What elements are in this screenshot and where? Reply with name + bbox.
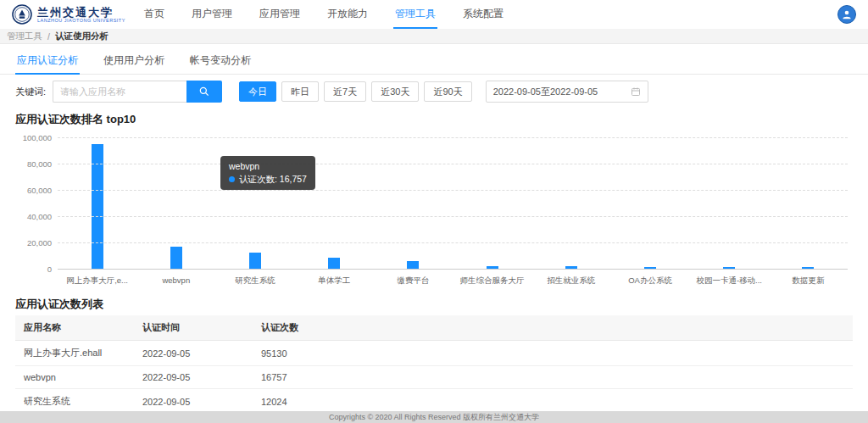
filter-bar: 关键词: 今日昨日近7天近30天近90天 2022-09-05至2022-09-… bbox=[0, 75, 868, 109]
column-header: 认证次数 bbox=[253, 315, 853, 341]
y-axis-tick: 80,000 bbox=[15, 159, 58, 169]
tab-1[interactable]: 使用用户分析 bbox=[102, 47, 166, 75]
chart-tooltip: webvpn 认证次数: 16,757 bbox=[220, 156, 315, 190]
bar-slot bbox=[610, 137, 689, 269]
chart-bar[interactable] bbox=[644, 267, 656, 269]
bar-slot bbox=[531, 137, 610, 269]
calendar-icon bbox=[631, 86, 641, 97]
gridline bbox=[58, 137, 848, 138]
table-cell: 95130 bbox=[253, 341, 853, 366]
table-cell: 研究生系统 bbox=[15, 389, 134, 415]
y-axis-tick: 20,000 bbox=[15, 238, 58, 248]
table-title: 应用认证次数列表 bbox=[0, 293, 868, 314]
university-emblem-icon bbox=[12, 4, 32, 25]
nav-item-3[interactable]: 开放能力 bbox=[326, 0, 370, 29]
chart-bar[interactable] bbox=[170, 247, 182, 269]
bar-slot bbox=[453, 137, 531, 269]
x-axis-label: 缴费平台 bbox=[374, 276, 453, 287]
tab-2[interactable]: 帐号变动分析 bbox=[188, 47, 253, 75]
chart-bar[interactable] bbox=[565, 266, 577, 269]
range-btn-0[interactable]: 今日 bbox=[239, 81, 276, 102]
bar-chart: 100,00080,00060,00040,00020,0000 网上办事大厅,… bbox=[15, 131, 853, 288]
logo-text: 兰州交通大学 LANZHOU JIAOTONG UNIVERSITY bbox=[37, 7, 125, 23]
y-axis-tick: 0 bbox=[15, 264, 58, 274]
breadcrumb: 管理工具 / 认证使用分析 bbox=[0, 29, 868, 44]
x-axis-label: OA办公系统 bbox=[610, 276, 689, 287]
nav-item-4[interactable]: 管理工具 bbox=[393, 0, 437, 29]
range-btn-1[interactable]: 昨日 bbox=[281, 81, 319, 102]
tooltip-title: webvpn bbox=[229, 160, 307, 173]
chart-plot: 100,00080,00060,00040,00020,0000 bbox=[58, 137, 848, 270]
chart-bar[interactable] bbox=[407, 261, 419, 269]
analysis-tabs: 应用认证分析使用用户分析帐号变动分析 bbox=[0, 47, 868, 75]
quick-range-group: 今日昨日近7天近30天近90天 bbox=[234, 81, 472, 102]
table-cell: 网上办事大厅.ehall bbox=[15, 341, 134, 366]
table-cell: 12024 bbox=[253, 389, 853, 415]
bar-slot bbox=[58, 137, 136, 269]
chart-bar[interactable] bbox=[802, 267, 814, 269]
y-axis-tick: 40,000 bbox=[15, 212, 58, 221]
bar-slot bbox=[374, 137, 453, 269]
keyword-label: 关键词: bbox=[15, 86, 46, 98]
date-range-value: 2022-09-05至2022-09-05 bbox=[493, 86, 598, 98]
footer: Copyrights © 2020 All Rights Reserved 版权… bbox=[0, 411, 868, 423]
table-header-row: 应用名称认证时间认证次数 bbox=[15, 315, 853, 341]
search-button[interactable] bbox=[186, 81, 222, 103]
range-btn-2[interactable]: 近7天 bbox=[324, 81, 366, 102]
table-row: 研究生系统2022-09-0512024 bbox=[15, 389, 853, 415]
university-logo: 兰州交通大学 LANZHOU JIAOTONG UNIVERSITY bbox=[12, 4, 129, 25]
chart-bars bbox=[58, 137, 848, 269]
tab-0[interactable]: 应用认证分析 bbox=[15, 47, 80, 75]
breadcrumb-current: 认证使用分析 bbox=[55, 31, 108, 42]
x-axis-labels: 网上办事大厅,e...webvpn研究生系统单体学工缴费平台师生综合服务大厅招生… bbox=[58, 276, 848, 287]
x-axis-label: webvpn bbox=[136, 276, 215, 287]
gridline bbox=[58, 216, 848, 217]
date-range-picker[interactable]: 2022-09-05至2022-09-05 bbox=[486, 81, 648, 103]
breadcrumb-root[interactable]: 管理工具 bbox=[7, 31, 42, 42]
column-header: 认证时间 bbox=[134, 315, 253, 341]
y-axis-tick: 60,000 bbox=[15, 186, 58, 195]
keyword-input[interactable] bbox=[53, 81, 186, 103]
y-axis-tick: 100,000 bbox=[15, 133, 58, 142]
x-axis-label: 研究生系统 bbox=[215, 276, 294, 287]
bar-slot bbox=[769, 137, 848, 269]
user-avatar[interactable] bbox=[837, 5, 856, 24]
chart-bar[interactable] bbox=[328, 258, 340, 269]
tooltip-value: 16,757 bbox=[280, 173, 307, 186]
chart-bar[interactable] bbox=[723, 267, 735, 269]
chart-bar[interactable] bbox=[487, 266, 498, 269]
bar-slot bbox=[136, 137, 215, 269]
x-axis-label: 单体学工 bbox=[295, 276, 374, 287]
nav-item-1[interactable]: 用户管理 bbox=[190, 0, 234, 29]
user-icon bbox=[841, 8, 853, 20]
x-axis-label: 数据更新 bbox=[769, 276, 848, 287]
gridline bbox=[58, 190, 848, 191]
table-cell: 16757 bbox=[253, 366, 853, 389]
column-header: 应用名称 bbox=[15, 315, 134, 341]
table-row: webvpn2022-09-0516757 bbox=[15, 366, 853, 389]
keyword-search-group bbox=[53, 81, 222, 103]
logo-title: 兰州交通大学 bbox=[37, 7, 125, 18]
auth-count-table: 应用名称认证时间认证次数 网上办事大厅.ehall2022-09-0595130… bbox=[15, 315, 853, 423]
x-axis-label: 网上办事大厅,e... bbox=[58, 276, 136, 287]
logo-subtitle: LANZHOU JIAOTONG UNIVERSITY bbox=[37, 18, 125, 23]
table-cell: webvpn bbox=[15, 366, 134, 389]
nav-item-2[interactable]: 应用管理 bbox=[258, 0, 302, 29]
range-btn-3[interactable]: 近30天 bbox=[371, 81, 419, 102]
series-dot-icon bbox=[229, 176, 235, 182]
chart-bar[interactable] bbox=[249, 253, 261, 269]
nav-item-5[interactable]: 系统配置 bbox=[461, 0, 505, 29]
table-cell: 2022-09-05 bbox=[134, 341, 253, 366]
x-axis-label: 师生综合服务大厅 bbox=[453, 276, 531, 287]
x-axis-label: 校园一卡通-移动... bbox=[690, 276, 769, 287]
range-btn-4[interactable]: 近90天 bbox=[424, 81, 471, 102]
nav-item-0[interactable]: 首页 bbox=[142, 0, 166, 29]
main-nav: 首页用户管理应用管理开放能力管理工具系统配置 bbox=[142, 0, 505, 29]
chart-bar[interactable] bbox=[92, 144, 103, 269]
gridline bbox=[58, 164, 848, 164]
copyright-text: Copyrights © 2020 All Rights Reserved 版权… bbox=[329, 412, 539, 423]
breadcrumb-separator: / bbox=[47, 31, 50, 42]
chart-title: 应用认证次数排名 top10 bbox=[0, 109, 868, 129]
bar-slot bbox=[690, 137, 769, 269]
table-cell: 2022-09-05 bbox=[134, 366, 253, 389]
